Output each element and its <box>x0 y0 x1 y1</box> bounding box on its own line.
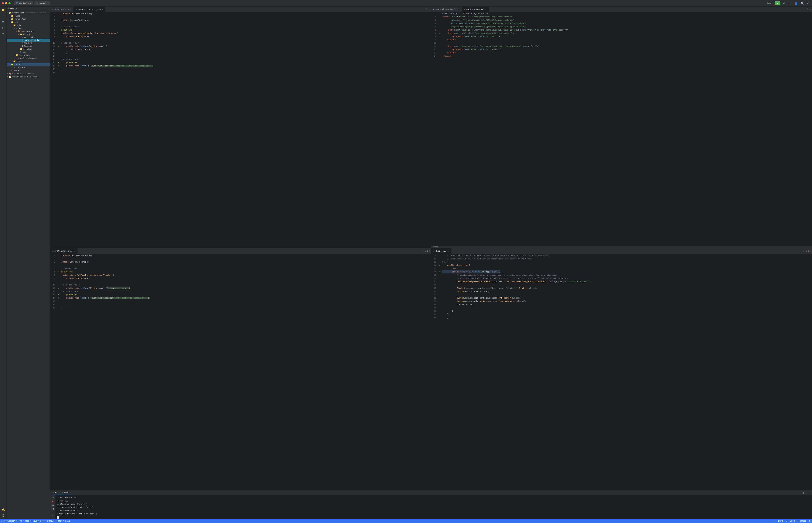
code-line: 9 </bean> <box>431 38 812 41</box>
tree-item-main-class[interactable]: ▸ © Main <box>6 51 50 54</box>
tree-item-test[interactable]: ▸ 📁 test <box>6 60 50 63</box>
tab-more-button[interactable]: ⋮ <box>420 250 425 252</box>
tree-item-entity[interactable]: ▾ 📁 entity <box>6 33 50 36</box>
code-line: 2 <box>50 15 431 19</box>
code-line: 15 no usages new * <box>50 58 431 61</box>
close-tab-button[interactable]: ✕ <box>486 8 487 11</box>
settings-icon[interactable]: ⚙ <box>806 1 810 5</box>
tree-item-teacher[interactable]: ▸ I Teacher <box>6 45 50 48</box>
tree-item-src[interactable]: ▾ 📁 src <box>6 20 50 24</box>
close-tab-button[interactable]: ✕ <box>70 8 71 10</box>
tree-item-pom-xml[interactable]: ▸ ✦ pom.xml <box>6 69 50 72</box>
editor-right-bottom: ☕ Main.java ✕ ⋮ ⚠ 1 ↑ 9 // Press Shift t… <box>431 249 812 490</box>
spring-icon[interactable]: 🍃 <box>1 513 5 518</box>
java-icon: ☕ <box>433 250 435 252</box>
search-button[interactable]: 🔍 <box>800 1 805 5</box>
code-line: 11 <bean name="program" class="org.examp… <box>431 45 812 48</box>
code-line: 11 ▶ public void setName(String name) { <box>50 45 431 48</box>
tab-application-xml[interactable]: ✦ application.xml ✕ <box>462 6 489 12</box>
tree-item-springtest-root[interactable]: ▾ 📁 SpringTest ~/Desktop/CS/JavaEE/2 Jav… <box>6 11 50 14</box>
close-tab-button[interactable]: ✕ <box>74 250 75 252</box>
chevron-icon: ▾ <box>14 54 15 56</box>
close-tab-button[interactable]: ✕ <box>448 250 449 252</box>
code-line: 1 <?xml version="1.0" encoding="UTF-8"?> <box>431 12 812 15</box>
tab-label: Student.java <box>55 8 69 10</box>
debug-button[interactable]: ⚙ <box>782 1 786 5</box>
tree-label: ProgramTeacher <box>24 39 41 41</box>
tree-item-java[interactable]: ▾ ☕ java <box>6 27 50 30</box>
minimize-run-button[interactable]: — <box>807 491 811 494</box>
code-editor-main[interactable]: 9 // Press Shift twice to open the Searc… <box>431 254 812 490</box>
tree-item-external-libs[interactable]: ▸ 📚 External Libraries <box>6 72 50 75</box>
project-tree: ▾ 📁 SpringTest ~/Desktop/CS/JavaEE/2 Jav… <box>6 11 50 519</box>
tree-item-gitignore[interactable]: ▸ ⊙ .gitignore <box>6 66 50 69</box>
find-icon[interactable]: 🔍 <box>1 20 5 24</box>
tree-item-student[interactable]: ▸ © Student <box>6 42 50 45</box>
account-icon[interactable]: 👤 <box>794 1 798 5</box>
tab-more-button[interactable]: ⋮ <box>801 250 806 252</box>
tree-label: src <box>14 21 18 23</box>
code-line: 9 // Press Shift twice to open the Searc… <box>431 254 812 257</box>
tab-main-java[interactable]: ☕ Main.java ✕ <box>431 249 451 254</box>
code-line: 6 ⚠ @ToString <box>50 270 431 273</box>
project-view-icon[interactable]: 📁 <box>1 8 5 12</box>
tree-item-programteacher[interactable]: ▸ © ProgramTeacher <box>6 39 50 42</box>
code-line: 4 <box>50 22 431 25</box>
more-run-button[interactable]: ⋮ <box>801 491 806 494</box>
close-window-button[interactable] <box>2 2 4 4</box>
run-icon[interactable]: ▶ <box>1 25 5 30</box>
tab-run[interactable]: Run <box>52 490 59 495</box>
code-line: 1 package org.example.entity; <box>50 254 431 257</box>
main-run-label: Main <box>64 491 69 493</box>
tree-item-service[interactable]: ▸ 📁 service <box>6 48 50 51</box>
restart-button[interactable]: ↺ <box>51 496 54 499</box>
close-tab-button[interactable]: ✕ <box>102 8 103 11</box>
java-class-icon: © <box>22 39 23 41</box>
tree-item-main[interactable]: ▾ 📁 main <box>6 24 50 27</box>
tree-label: .gitignore <box>13 67 25 69</box>
stop-button[interactable]: ■ <box>51 500 54 503</box>
tree-item-application-xml[interactable]: ▸ ✦ application.xml <box>6 57 50 60</box>
tab-more-button[interactable]: ⋮ <box>424 8 429 10</box>
pause-button[interactable]: ▶▮ <box>51 507 55 510</box>
project-header[interactable]: Project ⋯ <box>6 6 50 11</box>
maximize-window-button[interactable] <box>8 2 11 4</box>
tab-more-button[interactable]: ⋮ <box>805 8 810 10</box>
notifications-icon[interactable]: 🔔 <box>1 507 5 512</box>
tab-main-run[interactable]: ☕ Main ✕ <box>60 490 73 495</box>
scroll-up-button[interactable]: ↑ <box>52 514 54 517</box>
code-editor-programteacher[interactable]: 1 package org.example.entity; 2 3 import… <box>50 12 431 248</box>
code-editor-application-xml[interactable]: 1 <?xml version="1.0" encoding="UTF-8"?>… <box>431 12 812 245</box>
tree-label: .idea <box>14 15 20 17</box>
run-button[interactable]: ▶ <box>775 1 780 5</box>
tree-item-scratches[interactable]: ▸ 📝 Scratches and Consoles <box>6 75 50 78</box>
vcs-icon[interactable]: ↑ <box>1 14 5 18</box>
code-line: 24 context.close(); <box>431 303 812 306</box>
close-run-tab[interactable]: ✕ <box>70 491 71 493</box>
tab-artteacher-java[interactable]: ☕ ArtTeacher.java ✕ <box>50 249 77 254</box>
more-button[interactable]: ⋯ <box>788 1 792 5</box>
step-button[interactable]: ▮▮ <box>51 504 55 507</box>
project-selector[interactable]: S¹ SpringTest <box>14 1 33 5</box>
minimize-window-button[interactable] <box>5 2 7 4</box>
tree-item-target[interactable]: ▸ 📁 target <box>6 63 50 66</box>
tree-label: pom.xml <box>13 70 21 72</box>
tree-item-artteacher[interactable]: ▸ © ArtTeacher <box>6 36 50 39</box>
project-name: SpringTest <box>19 2 31 4</box>
scroll-down-button[interactable]: ↓ <box>52 518 54 519</box>
tree-item-springtest-folder[interactable]: ▸ 📁 SpringTest <box>6 17 50 20</box>
java-class-icon: © <box>20 51 21 53</box>
folder-icon: 📁 <box>20 48 22 50</box>
code-editor-artteacher[interactable]: 1 package org.example.entity; 2 3 import… <box>50 254 431 490</box>
tree-item-resources[interactable]: ▾ 📁 resources <box>6 54 50 57</box>
tree-item-org-example[interactable]: ▾ 📦 org.example <box>6 30 50 33</box>
code-line: 16 // ClassPathXmlApplicationContext is … <box>431 277 812 280</box>
tab-student-java[interactable]: ☕ Student.java ✕ <box>50 6 74 12</box>
tab-pom-xml[interactable]: m pom.xml (SpringTest) <box>431 6 462 12</box>
code-line: 4 <box>50 264 431 267</box>
settings-run-button[interactable]: ⋯ <box>51 511 54 513</box>
tree-item-idea[interactable]: ▸ 📁 .idea <box>6 14 50 17</box>
plugins-icon[interactable]: ⋯ <box>1 31 5 36</box>
tab-programteacher-java[interactable]: ☕ ProgramTeacher.java ✕ <box>74 6 105 12</box>
branch-selector[interactable]: ⎇ master ▾ <box>35 1 50 5</box>
